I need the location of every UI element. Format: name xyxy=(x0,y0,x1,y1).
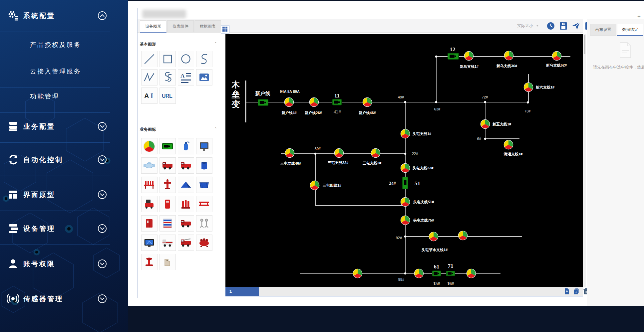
junction-dot[interactable] xyxy=(484,138,486,140)
pie-node[interactable] xyxy=(363,97,372,107)
palette-icon-machine[interactable] xyxy=(141,196,158,212)
pie-node[interactable] xyxy=(285,148,295,158)
chevron-down-icon[interactable] xyxy=(98,294,107,303)
sidebar-item-product-auth[interactable]: 产品授权及服务 xyxy=(0,38,128,52)
pie-node[interactable] xyxy=(524,83,533,92)
shape-rect[interactable] xyxy=(160,51,176,67)
palette-icon-truck-red2[interactable] xyxy=(178,157,194,174)
tab-data-binding[interactable]: 数据绑定 xyxy=(617,24,643,36)
shape-zigzag[interactable] xyxy=(141,69,158,85)
shape-textblock[interactable]: A xyxy=(178,69,194,85)
chevron-down-icon[interactable] xyxy=(98,190,107,199)
pie-node[interactable] xyxy=(310,181,320,190)
palette-icon-valve-lb[interactable] xyxy=(141,157,158,174)
chevron-up-icon[interactable] xyxy=(98,11,107,20)
palette-icon-ext-blue[interactable] xyxy=(178,138,194,154)
breaker-node[interactable] xyxy=(448,53,459,59)
breaker-node[interactable] xyxy=(446,271,455,276)
junction-dot[interactable] xyxy=(527,101,529,103)
palette-icon-tent[interactable] xyxy=(178,177,194,193)
palette-icon-truck-ladder[interactable] xyxy=(178,235,194,251)
palette-icon-rack[interactable] xyxy=(196,196,212,212)
sidebar-item-account-perm[interactable]: 账号权限 xyxy=(0,256,128,271)
pie-node[interactable] xyxy=(401,197,410,207)
pie-node[interactable] xyxy=(371,148,381,158)
palette-icon-cabinet[interactable] xyxy=(160,196,176,212)
pie-node[interactable] xyxy=(309,97,319,107)
sidebar-item-sensor-mgmt[interactable]: 传感器管理 xyxy=(0,291,128,306)
palette-icon-hydrant[interactable] xyxy=(160,177,176,193)
junction-dot[interactable] xyxy=(314,153,316,155)
shape-circle[interactable] xyxy=(178,51,194,67)
chevron-down-icon[interactable] xyxy=(98,122,107,131)
tab-canvas-settings[interactable]: 画布设置 xyxy=(590,24,616,36)
junction-dot[interactable] xyxy=(404,153,406,155)
pie-node[interactable] xyxy=(429,232,439,242)
palette-icon-barrel[interactable] xyxy=(196,157,212,174)
breaker-node[interactable] xyxy=(432,271,441,276)
pie-node[interactable] xyxy=(504,51,514,61)
chevron-down-icon[interactable] xyxy=(98,224,107,233)
palette-icon-tank-red[interactable] xyxy=(196,235,212,251)
sidebar-item-automation-control[interactable]: 自动化控制 xyxy=(0,152,128,167)
junction-dot[interactable] xyxy=(404,236,406,238)
palette-icon-device-beige[interactable] xyxy=(160,254,176,270)
shape-image[interactable] xyxy=(196,69,212,85)
collapse-basic-icon[interactable]: ⌃ xyxy=(214,42,217,46)
copy-page-icon[interactable] xyxy=(573,288,580,295)
pie-node[interactable] xyxy=(334,148,344,158)
collapse-business-icon[interactable]: ⌃ xyxy=(214,127,217,131)
palette-icon-cylinders[interactable] xyxy=(178,196,194,212)
shape-url[interactable]: URL xyxy=(160,87,176,104)
palette-icon-truck-red[interactable] xyxy=(160,157,176,174)
pie-node[interactable] xyxy=(464,51,474,61)
sidebar-item-cloud-access[interactable]: 云接入管理服务 xyxy=(0,64,128,79)
palette-icon-truck-white[interactable] xyxy=(160,235,176,251)
breaker-node[interactable] xyxy=(403,177,408,189)
chevron-down-icon[interactable] xyxy=(98,259,107,268)
canvas-scrollbar-thumb[interactable] xyxy=(584,35,585,54)
tab-gauge-widgets[interactable]: 仪表组件 xyxy=(167,20,194,32)
shape-curve2[interactable] xyxy=(160,69,176,85)
pie-node[interactable] xyxy=(481,119,490,129)
page-tab-1[interactable]: 1 xyxy=(225,287,259,296)
pie-node[interactable] xyxy=(401,163,410,173)
junction-dot[interactable] xyxy=(435,101,437,103)
palette-icon-manifold[interactable] xyxy=(141,177,158,193)
sidebar-item-system-config[interactable]: 系统配置 xyxy=(0,8,128,23)
palette-icon-pie3[interactable] xyxy=(141,138,158,154)
shape-ai-text[interactable]: AI xyxy=(141,87,158,104)
palette-icon-screen-device[interactable] xyxy=(196,138,212,154)
grid-toggle-button[interactable] xyxy=(221,25,230,34)
junction-dot[interactable] xyxy=(435,56,437,58)
tab-device-graphics[interactable]: 设备图形 xyxy=(140,20,166,33)
palette-icon-monitor[interactable] xyxy=(141,235,158,251)
junction-dot[interactable] xyxy=(404,101,406,103)
pie-node[interactable] xyxy=(458,231,468,241)
pie-node[interactable] xyxy=(353,269,363,278)
pie-node[interactable] xyxy=(401,129,410,139)
add-page-icon[interactable] xyxy=(563,288,570,295)
pie-node[interactable] xyxy=(401,216,410,225)
tab-data-charts[interactable]: 数据图表 xyxy=(194,20,221,32)
plus-icon[interactable]: + xyxy=(637,13,641,20)
breaker-node[interactable] xyxy=(333,99,341,105)
shape-line[interactable] xyxy=(141,51,158,67)
chevron-down-icon[interactable] xyxy=(98,155,107,164)
shape-curve[interactable] xyxy=(196,51,212,67)
palette-icon-container[interactable] xyxy=(196,177,212,193)
palette-icon-indicator[interactable] xyxy=(160,138,176,154)
junction-dot[interactable] xyxy=(484,101,486,103)
palette-icon-shelf[interactable] xyxy=(160,215,176,232)
sidebar-item-device-mgmt[interactable]: 设备管理 xyxy=(0,221,128,236)
sidebar-item-ui-prototype[interactable]: 界面原型 xyxy=(0,187,128,202)
sidebar-item-business-config[interactable]: 业务配置 xyxy=(0,119,128,134)
junction-dot[interactable] xyxy=(404,272,406,274)
save-icon[interactable] xyxy=(559,22,568,30)
breaker-node[interactable] xyxy=(258,99,268,105)
send-icon[interactable] xyxy=(572,22,580,30)
pie-node[interactable] xyxy=(504,140,513,150)
pie-node[interactable] xyxy=(467,269,476,278)
pie-node[interactable] xyxy=(284,97,294,107)
pie-node[interactable] xyxy=(552,51,562,61)
